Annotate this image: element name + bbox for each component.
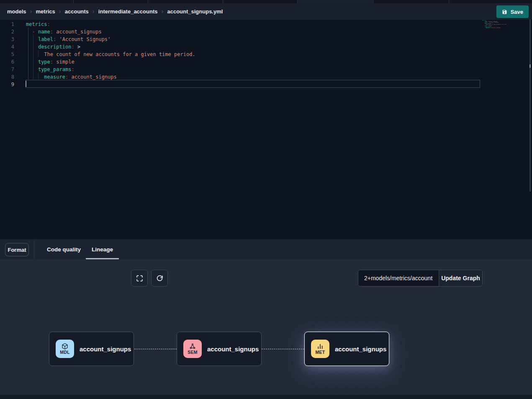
update-graph-button[interactable]: Update Graph: [439, 270, 482, 286]
graph-filter-input[interactable]: [358, 270, 439, 286]
code-line: metrics:: [26, 20, 195, 28]
top-tab-active[interactable]: [298, 0, 373, 3]
chevron-right-icon: ›: [161, 8, 163, 14]
line-number: 2: [0, 28, 14, 36]
line-number: 4: [0, 43, 14, 51]
tab-code-quality[interactable]: Code quality: [44, 239, 84, 259]
line-number: 8: [0, 73, 14, 81]
chevron-right-icon: ›: [59, 8, 61, 14]
node-badge-mdl: MDL: [56, 340, 74, 358]
code-line: - name: account_signups: [26, 28, 195, 36]
badge-label: MDL: [60, 350, 70, 355]
top-tab[interactable]: [74, 0, 148, 3]
code-line: [26, 81, 195, 88]
lineage-node-semantic[interactable]: SEM account_signups: [177, 332, 262, 366]
top-tab[interactable]: [0, 0, 74, 3]
breadcrumb: models › metrics › accounts › intermedia…: [0, 3, 532, 20]
line-number: 1: [0, 20, 14, 28]
badge-label: MET: [315, 350, 325, 355]
top-tab[interactable]: [373, 0, 449, 3]
editor-scrollbar-track[interactable]: [529, 20, 531, 192]
save-button[interactable]: Save: [496, 5, 529, 18]
top-tab[interactable]: [223, 0, 298, 3]
node-label: account_signups: [335, 345, 386, 353]
code-line: label: 'Account Signups': [26, 36, 195, 43]
line-number: 7: [0, 66, 14, 73]
cube-icon: [62, 343, 68, 350]
format-button[interactable]: Format: [5, 243, 29, 256]
refresh-button[interactable]: [151, 270, 168, 286]
node-label: account_signups: [207, 345, 259, 353]
save-label: Save: [511, 9, 523, 15]
line-number: 9: [0, 81, 14, 88]
breadcrumb-item-intermediate-accounts[interactable]: intermediate_accounts: [98, 8, 158, 15]
line-number: 3: [0, 36, 14, 43]
refresh-icon: [156, 275, 163, 282]
panel-bottom-strip: [0, 395, 532, 399]
node-badge-met: MET: [311, 340, 329, 358]
bottom-panel: Format Code quality Lineage Update Graph: [0, 239, 532, 399]
maximize-button[interactable]: [131, 270, 148, 286]
edge-connector: [134, 349, 177, 349]
top-tab[interactable]: [449, 0, 532, 3]
code-line: description: >: [26, 43, 195, 51]
badge-label: SEM: [188, 350, 198, 355]
breadcrumb-item-accounts[interactable]: accounts: [65, 8, 89, 15]
code-line: type_params:: [26, 66, 195, 73]
breadcrumb-item-metrics[interactable]: metrics: [36, 8, 55, 15]
lineage-node-metric[interactable]: MET account_signups: [304, 332, 389, 366]
ide-screen: models › metrics › accounts › intermedia…: [0, 0, 532, 399]
code-editor[interactable]: 123456789 metrics: - name: account_signu…: [0, 20, 532, 239]
breadcrumb-item-file[interactable]: account_signups.yml: [167, 8, 223, 15]
code-line: measure: account_signups: [26, 73, 195, 81]
chevron-right-icon: ›: [93, 8, 95, 14]
maximize-icon: [136, 275, 143, 282]
chevron-right-icon: ›: [30, 8, 32, 14]
node-badge-sem: SEM: [183, 340, 202, 358]
editor-scrollbar-thumb[interactable]: [529, 64, 531, 68]
line-number: 6: [0, 58, 14, 66]
floppy-disk-icon: [502, 9, 507, 15]
top-tab-strip: [0, 0, 532, 3]
top-tab[interactable]: [148, 0, 223, 3]
lineage-node-model[interactable]: MDL account_signups: [49, 332, 134, 366]
editor-gutter: 123456789: [0, 20, 14, 88]
semantic-graph-icon: [189, 343, 196, 350]
node-label: account_signups: [80, 345, 131, 353]
lineage-canvas[interactable]: Update Graph MDL: [0, 259, 532, 395]
code-line: The count of new accounts for a given ti…: [26, 51, 195, 58]
breadcrumb-item-models[interactable]: models: [7, 8, 26, 15]
code-line: measure: account_signups: [482, 28, 506, 29]
edge-connector: [262, 349, 304, 349]
tab-lineage[interactable]: Lineage: [86, 239, 119, 259]
line-number: 5: [0, 51, 14, 58]
graph-filter-group: Update Graph: [358, 270, 483, 286]
code-lines[interactable]: metrics: - name: account_signups label: …: [26, 20, 195, 88]
toolbar-divider: [34, 240, 34, 259]
code-line: type: simple: [26, 58, 195, 66]
minimap[interactable]: metrics: - name: account_signups label: …: [482, 20, 506, 29]
bar-chart-icon: [317, 343, 324, 350]
